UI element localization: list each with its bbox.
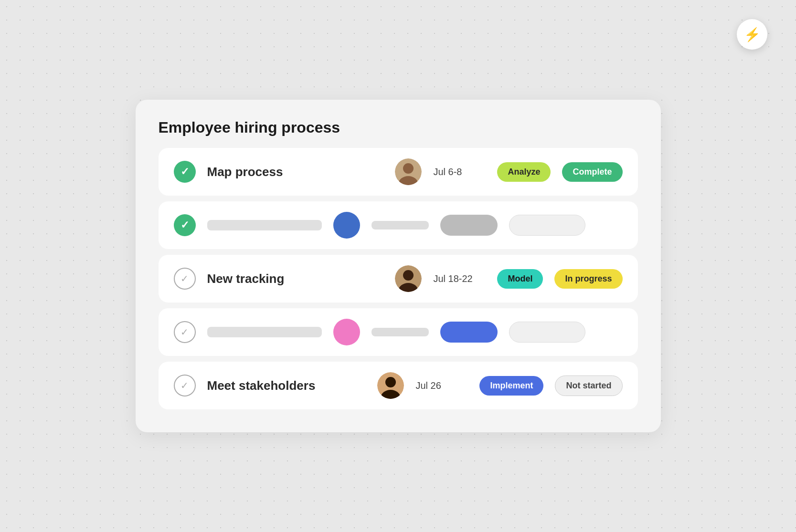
check-outline: ✓ [174,321,196,343]
status-badge[interactable]: Implement [479,376,543,396]
check-filled [174,214,196,236]
avatar-placeholder [333,319,360,345]
table-row: ✓ [159,308,638,356]
table-row [159,201,638,249]
page-title: Employee hiring process [159,119,638,136]
status-badge[interactable]: Analyze [497,162,551,182]
avatar [395,265,422,292]
avatar-placeholder [333,212,360,239]
svg-point-4 [403,270,414,281]
check-icon-outline[interactable]: ✓ [174,268,196,290]
check-filled [174,161,196,183]
tag-placeholder [440,215,498,236]
check-outline: ✓ [174,375,196,396]
task-name: Meet stakeholders [207,378,366,393]
tag-placeholder [440,322,498,343]
check-icon-outline[interactable]: ✓ [174,321,196,343]
task-name-placeholder [207,220,322,230]
svg-point-1 [403,163,414,174]
avatar [395,158,422,185]
task-list: Map process Jul 6-8 Analyze Complete [159,148,638,409]
check-icon-filled[interactable] [174,214,196,236]
date-placeholder [371,328,429,336]
table-row: ✓ Meet stakeholders Jul 26 Implement Not… [159,362,638,409]
svg-point-7 [385,377,396,387]
main-card: Employee hiring process Map process Jul … [136,100,661,432]
status-badge[interactable]: In progress [554,269,622,289]
status-badge[interactable]: Complete [562,162,622,182]
lightning-button[interactable]: ⚡ [737,19,767,50]
avatar [377,372,404,399]
status-badge[interactable]: Not started [555,376,622,396]
task-name: Map process [207,165,384,179]
status-badge[interactable]: Model [497,269,543,289]
table-row: Map process Jul 6-8 Analyze Complete [159,148,638,196]
lightning-icon: ⚡ [744,27,761,42]
date-text: Jul 18-22 [433,273,486,284]
check-outline: ✓ [174,268,196,290]
task-name-placeholder [207,327,322,337]
check-icon-filled[interactable] [174,161,196,183]
check-icon-outline[interactable]: ✓ [174,375,196,396]
date-text: Jul 26 [415,380,468,391]
table-row: ✓ New tracking Jul 18-22 Model In progre… [159,255,638,303]
task-name: New tracking [207,271,384,286]
date-text: Jul 6-8 [433,167,486,177]
date-placeholder [371,221,429,229]
status-placeholder [509,322,585,343]
status-placeholder [509,215,585,236]
